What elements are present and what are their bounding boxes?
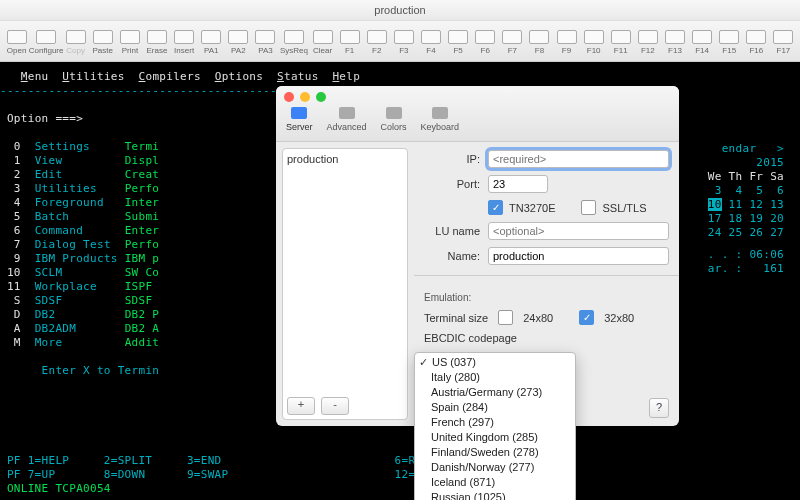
toolbar-label: F8: [535, 46, 544, 55]
ip-label: IP:: [424, 153, 480, 165]
calendar-days: We Th Fr Sa: [701, 170, 784, 184]
codepage-option[interactable]: French (297): [415, 415, 575, 430]
toolbar-f10-button[interactable]: F10: [581, 28, 606, 55]
codepage-dropdown[interactable]: US (037)Italy (280)Austria/Germany (273)…: [414, 352, 576, 500]
toolbar-label: F17: [777, 46, 791, 55]
tab-server[interactable]: Server: [286, 104, 313, 132]
ssl-checkbox[interactable]: [581, 200, 596, 215]
tn3270e-checkbox[interactable]: ✓: [488, 200, 503, 215]
toolbar-label: F1: [345, 46, 354, 55]
minimize-icon[interactable]: [300, 92, 310, 102]
toolbar-paste-button[interactable]: Paste: [90, 28, 115, 55]
print-icon: [120, 30, 140, 44]
calendar-header: endar >: [701, 142, 784, 156]
toolbar-configure-button[interactable]: Configure: [31, 28, 61, 55]
toolbar-f14-button[interactable]: F14: [690, 28, 715, 55]
ispf-menu-bar[interactable]: Menu Utilities Compilers Options Status …: [0, 70, 800, 84]
toolbar-label: Clear: [313, 46, 332, 55]
name-field[interactable]: [488, 247, 669, 265]
codepage-option[interactable]: United Kingdom (285): [415, 430, 575, 445]
toolbar-label: F10: [587, 46, 601, 55]
toolbar-f1-button[interactable]: F1: [337, 28, 362, 55]
toolbar-label: Configure: [29, 46, 64, 55]
toolbar-label: PA1: [204, 46, 219, 55]
size-24x80-checkbox[interactable]: [498, 310, 513, 325]
f13-icon: [665, 30, 685, 44]
codepage-option[interactable]: Italy (280): [415, 370, 575, 385]
toolbar-f7-button[interactable]: F7: [500, 28, 525, 55]
toolbar-print-button[interactable]: Print: [117, 28, 142, 55]
tab-colors[interactable]: Colors: [381, 104, 407, 132]
f9-icon: [557, 30, 577, 44]
f1-icon: [340, 30, 360, 44]
port-field[interactable]: [488, 175, 548, 193]
toolbar-label: F5: [453, 46, 462, 55]
calendar-row: 10 11 12 13: [701, 198, 784, 212]
toolbar-erase-button[interactable]: Erase: [144, 28, 169, 55]
toolbar-copy-button[interactable]: Copy: [63, 28, 88, 55]
f17-icon: [773, 30, 793, 44]
codepage-option[interactable]: Danish/Norway (277): [415, 460, 575, 475]
remove-session-button[interactable]: -: [321, 397, 349, 415]
toolbar-pa3-button[interactable]: PA3: [253, 28, 278, 55]
toolbar-open-button[interactable]: Open: [4, 28, 29, 55]
size-32x80-checkbox[interactable]: ✓: [579, 310, 594, 325]
codepage-label: EBCDIC codepage: [424, 332, 517, 344]
terminal-footer: PF 1=HELP 2=SPLIT 3=END 6=RCHANGE PF 7=U…: [0, 454, 800, 496]
toolbar-f13-button[interactable]: F13: [662, 28, 687, 55]
toolbar-label: F3: [399, 46, 408, 55]
toolbar-f16-button[interactable]: F16: [744, 28, 769, 55]
toolbar-label: F9: [562, 46, 571, 55]
toolbar-insert-button[interactable]: Insert: [172, 28, 197, 55]
session-item[interactable]: production: [287, 153, 403, 165]
toolbar-f3-button[interactable]: F3: [391, 28, 416, 55]
add-session-button[interactable]: +: [287, 397, 315, 415]
tab-advanced[interactable]: Advanced: [327, 104, 367, 132]
toolbar-f17-button[interactable]: F17: [771, 28, 796, 55]
f4-icon: [421, 30, 441, 44]
toolbar-label: F15: [722, 46, 736, 55]
toolbar-f5-button[interactable]: F5: [446, 28, 471, 55]
calendar-row: 24 25 26 27: [701, 226, 784, 240]
tab-keyboard[interactable]: Keyboard: [421, 104, 460, 132]
zoom-icon[interactable]: [316, 92, 326, 102]
toolbar-f4-button[interactable]: F4: [418, 28, 443, 55]
terminal-size-label: Terminal size: [424, 312, 488, 324]
codepage-option[interactable]: Finland/Sweden (278): [415, 445, 575, 460]
toolbar-f2-button[interactable]: F2: [364, 28, 389, 55]
toolbar-f12-button[interactable]: F12: [635, 28, 660, 55]
ip-field[interactable]: [488, 150, 669, 168]
toolbar-clear-button[interactable]: Clear: [310, 28, 335, 55]
codepage-option[interactable]: Russian (1025): [415, 490, 575, 500]
codepage-option[interactable]: Spain (284): [415, 400, 575, 415]
lu-field[interactable]: [488, 222, 669, 240]
tab-label: Server: [286, 122, 313, 132]
toolbar-label: F16: [749, 46, 763, 55]
erase-icon: [147, 30, 167, 44]
dialog-tabs: ServerAdvancedColorsKeyboard: [276, 102, 679, 132]
toolbar-pa2-button[interactable]: PA2: [226, 28, 251, 55]
copy-icon: [66, 30, 86, 44]
toolbar-label: Insert: [174, 46, 194, 55]
codepage-option[interactable]: Iceland (871): [415, 475, 575, 490]
codepage-option[interactable]: Austria/Germany (273): [415, 385, 575, 400]
close-icon[interactable]: [284, 92, 294, 102]
name-label: Name:: [424, 250, 480, 262]
help-button[interactable]: ?: [649, 398, 669, 418]
pf-keys-row: PF 7=UP 8=DOWN 9=SWAP 12=RETRIEVE: [0, 468, 800, 482]
f10-icon: [584, 30, 604, 44]
svg-rect-3: [432, 107, 448, 119]
codepage-option[interactable]: US (037): [415, 355, 575, 370]
toolbar-label: PA2: [231, 46, 246, 55]
toolbar-label: F4: [426, 46, 435, 55]
toolbar-sysreq-button[interactable]: SysReq: [280, 28, 308, 55]
toolbar-label: Open: [7, 46, 27, 55]
svg-rect-1: [339, 107, 355, 119]
toolbar-f8-button[interactable]: F8: [527, 28, 552, 55]
calendar-year: 2015: [701, 156, 784, 170]
toolbar-f9-button[interactable]: F9: [554, 28, 579, 55]
toolbar-pa1-button[interactable]: PA1: [199, 28, 224, 55]
toolbar-f15-button[interactable]: F15: [717, 28, 742, 55]
toolbar-f6-button[interactable]: F6: [473, 28, 498, 55]
toolbar-f11-button[interactable]: F11: [608, 28, 633, 55]
